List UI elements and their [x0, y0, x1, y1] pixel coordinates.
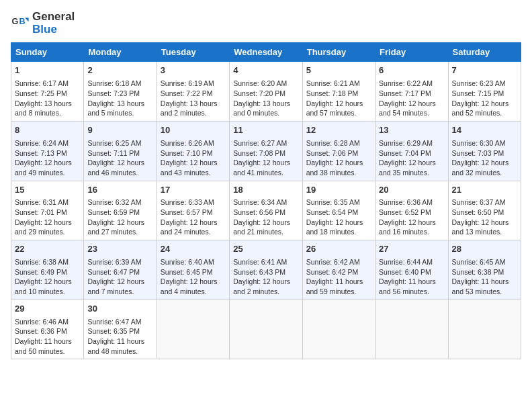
calendar-cell: 3Sunrise: 6:19 AM Sunset: 7:22 PM Daylig… — [157, 62, 229, 122]
day-info: Sunrise: 6:38 AM Sunset: 6:49 PM Dayligh… — [15, 257, 80, 297]
calendar-cell: 4Sunrise: 6:20 AM Sunset: 7:20 PM Daylig… — [230, 62, 302, 122]
calendar-week-row: 29Sunrise: 6:46 AM Sunset: 6:36 PM Dayli… — [11, 300, 521, 359]
day-number: 3 — [161, 64, 226, 77]
calendar-cell — [157, 300, 229, 359]
calendar-cell: 28Sunrise: 6:45 AM Sunset: 6:38 PM Dayli… — [448, 240, 521, 300]
day-info: Sunrise: 6:25 AM Sunset: 7:11 PM Dayligh… — [87, 138, 152, 178]
calendar-cell: 22Sunrise: 6:38 AM Sunset: 6:49 PM Dayli… — [11, 240, 84, 300]
calendar-cell: 5Sunrise: 6:21 AM Sunset: 7:18 PM Daylig… — [302, 62, 375, 122]
calendar-cell: 18Sunrise: 6:34 AM Sunset: 6:56 PM Dayli… — [230, 181, 302, 240]
day-info: Sunrise: 6:36 AM Sunset: 6:52 PM Dayligh… — [379, 197, 444, 237]
calendar-cell — [230, 300, 302, 359]
calendar-header: SundayMondayTuesdayWednesdayThursdayFrid… — [11, 43, 521, 62]
day-number: 29 — [15, 303, 80, 316]
calendar-cell: 16Sunrise: 6:32 AM Sunset: 6:59 PM Dayli… — [84, 181, 157, 240]
day-info: Sunrise: 6:41 AM Sunset: 6:43 PM Dayligh… — [233, 257, 298, 297]
day-number: 17 — [161, 184, 226, 197]
day-number: 13 — [379, 124, 444, 137]
calendar-cell — [448, 300, 521, 359]
day-number: 6 — [379, 64, 444, 77]
weekday-header: Tuesday — [157, 43, 229, 62]
weekday-header: Monday — [84, 43, 157, 62]
day-number: 16 — [87, 184, 152, 197]
day-info: Sunrise: 6:32 AM Sunset: 6:59 PM Dayligh… — [87, 197, 152, 237]
day-info: Sunrise: 6:24 AM Sunset: 7:13 PM Dayligh… — [15, 138, 80, 178]
calendar-week-row: 22Sunrise: 6:38 AM Sunset: 6:49 PM Dayli… — [11, 240, 521, 300]
day-info: Sunrise: 6:21 AM Sunset: 7:18 PM Dayligh… — [306, 79, 371, 118]
calendar-cell: 26Sunrise: 6:42 AM Sunset: 6:42 PM Dayli… — [302, 240, 375, 300]
day-info: Sunrise: 6:30 AM Sunset: 7:03 PM Dayligh… — [452, 138, 517, 178]
calendar-cell — [375, 300, 448, 359]
calendar-cell: 11Sunrise: 6:27 AM Sunset: 7:08 PM Dayli… — [230, 121, 302, 181]
calendar-cell: 7Sunrise: 6:23 AM Sunset: 7:15 PM Daylig… — [448, 62, 521, 122]
day-number: 26 — [306, 243, 371, 256]
weekday-header: Sunday — [11, 43, 84, 62]
day-info: Sunrise: 6:33 AM Sunset: 6:57 PM Dayligh… — [161, 197, 226, 237]
day-info: Sunrise: 6:34 AM Sunset: 6:56 PM Dayligh… — [233, 197, 298, 237]
day-number: 9 — [87, 124, 152, 137]
day-info: Sunrise: 6:19 AM Sunset: 7:22 PM Dayligh… — [161, 79, 226, 118]
calendar-cell: 24Sunrise: 6:40 AM Sunset: 6:45 PM Dayli… — [157, 240, 229, 300]
day-info: Sunrise: 6:46 AM Sunset: 6:36 PM Dayligh… — [15, 317, 80, 357]
weekday-header: Friday — [375, 43, 448, 62]
day-number: 2 — [87, 64, 152, 77]
calendar-cell: 10Sunrise: 6:26 AM Sunset: 7:10 PM Dayli… — [157, 121, 229, 181]
day-number: 7 — [452, 64, 517, 77]
calendar-table: SundayMondayTuesdayWednesdayThursdayFrid… — [11, 42, 521, 359]
day-number: 22 — [15, 243, 80, 256]
calendar-cell: 30Sunrise: 6:47 AM Sunset: 6:35 PM Dayli… — [84, 300, 157, 359]
weekday-header: Thursday — [302, 43, 375, 62]
calendar-cell: 1Sunrise: 6:17 AM Sunset: 7:25 PM Daylig… — [11, 62, 84, 122]
day-info: Sunrise: 6:45 AM Sunset: 6:38 PM Dayligh… — [452, 257, 517, 297]
calendar-cell: 25Sunrise: 6:41 AM Sunset: 6:43 PM Dayli… — [230, 240, 302, 300]
day-info: Sunrise: 6:18 AM Sunset: 7:23 PM Dayligh… — [87, 79, 152, 118]
day-number: 24 — [161, 243, 226, 256]
day-info: Sunrise: 6:39 AM Sunset: 6:47 PM Dayligh… — [87, 257, 152, 297]
calendar-cell: 2Sunrise: 6:18 AM Sunset: 7:23 PM Daylig… — [84, 62, 157, 122]
calendar-week-row: 15Sunrise: 6:31 AM Sunset: 7:01 PM Dayli… — [11, 181, 521, 240]
day-number: 19 — [306, 184, 371, 197]
calendar-cell — [302, 300, 375, 359]
calendar-cell: 8Sunrise: 6:24 AM Sunset: 7:13 PM Daylig… — [11, 121, 84, 181]
day-info: Sunrise: 6:27 AM Sunset: 7:08 PM Dayligh… — [233, 138, 298, 178]
calendar-week-row: 8Sunrise: 6:24 AM Sunset: 7:13 PM Daylig… — [11, 121, 521, 181]
calendar-cell: 23Sunrise: 6:39 AM Sunset: 6:47 PM Dayli… — [84, 240, 157, 300]
svg-text:B: B — [19, 17, 26, 26]
day-info: Sunrise: 6:40 AM Sunset: 6:45 PM Dayligh… — [161, 257, 226, 297]
calendar-cell: 20Sunrise: 6:36 AM Sunset: 6:52 PM Dayli… — [375, 181, 448, 240]
calendar-cell: 13Sunrise: 6:29 AM Sunset: 7:04 PM Dayli… — [375, 121, 448, 181]
page-header: G B General Blue — [11, 11, 521, 36]
day-info: Sunrise: 6:44 AM Sunset: 6:40 PM Dayligh… — [379, 257, 444, 297]
day-number: 8 — [15, 124, 80, 137]
svg-text:G: G — [11, 17, 18, 26]
day-info: Sunrise: 6:47 AM Sunset: 6:35 PM Dayligh… — [87, 317, 152, 357]
day-number: 15 — [15, 184, 80, 197]
day-number: 18 — [233, 184, 298, 197]
day-info: Sunrise: 6:28 AM Sunset: 7:06 PM Dayligh… — [306, 138, 371, 178]
day-number: 10 — [161, 124, 226, 137]
day-number: 27 — [379, 243, 444, 256]
calendar-cell: 21Sunrise: 6:37 AM Sunset: 6:50 PM Dayli… — [448, 181, 521, 240]
calendar-body: 1Sunrise: 6:17 AM Sunset: 7:25 PM Daylig… — [11, 62, 521, 359]
calendar-cell: 9Sunrise: 6:25 AM Sunset: 7:11 PM Daylig… — [84, 121, 157, 181]
day-number: 4 — [233, 64, 298, 77]
calendar-cell: 19Sunrise: 6:35 AM Sunset: 6:54 PM Dayli… — [302, 181, 375, 240]
day-info: Sunrise: 6:17 AM Sunset: 7:25 PM Dayligh… — [15, 79, 80, 118]
logo: G B General Blue — [11, 11, 75, 36]
calendar-cell: 15Sunrise: 6:31 AM Sunset: 7:01 PM Dayli… — [11, 181, 84, 240]
logo-text: General Blue — [32, 11, 75, 36]
day-info: Sunrise: 6:35 AM Sunset: 6:54 PM Dayligh… — [306, 197, 371, 237]
calendar-cell: 6Sunrise: 6:22 AM Sunset: 7:17 PM Daylig… — [375, 62, 448, 122]
calendar-cell: 14Sunrise: 6:30 AM Sunset: 7:03 PM Dayli… — [448, 121, 521, 181]
weekday-header: Wednesday — [230, 43, 302, 62]
day-number: 1 — [15, 64, 80, 77]
day-info: Sunrise: 6:37 AM Sunset: 6:50 PM Dayligh… — [452, 197, 517, 237]
day-number: 23 — [87, 243, 152, 256]
day-info: Sunrise: 6:29 AM Sunset: 7:04 PM Dayligh… — [379, 138, 444, 178]
day-number: 20 — [379, 184, 444, 197]
weekday-row: SundayMondayTuesdayWednesdayThursdayFrid… — [11, 43, 521, 62]
day-number: 12 — [306, 124, 371, 137]
day-number: 28 — [452, 243, 517, 256]
svg-marker-2 — [25, 17, 29, 21]
day-info: Sunrise: 6:42 AM Sunset: 6:42 PM Dayligh… — [306, 257, 371, 297]
